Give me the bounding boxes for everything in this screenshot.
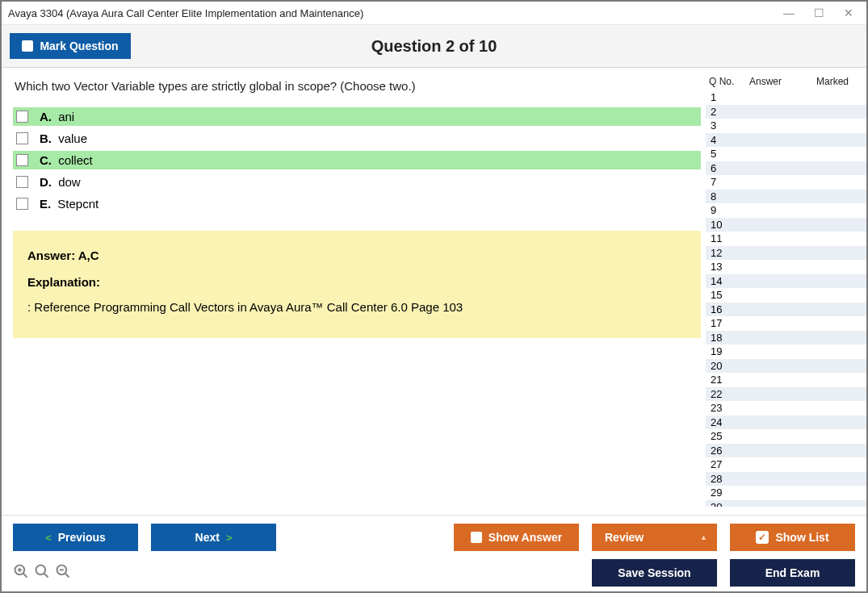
content-area: Which two Vector Variable types are stri… bbox=[2, 68, 866, 515]
footer-row-2: Save Session End Exam bbox=[13, 559, 855, 587]
list-item[interactable]: 13 bbox=[706, 260, 866, 274]
show-answer-button[interactable]: Show Answer bbox=[454, 524, 579, 551]
zoom-in-icon[interactable] bbox=[13, 563, 29, 583]
end-exam-button[interactable]: End Exam bbox=[730, 559, 855, 587]
mark-question-button[interactable]: Mark Question bbox=[10, 33, 131, 59]
option-checkbox[interactable] bbox=[16, 132, 28, 144]
col-marked: Marked bbox=[802, 76, 863, 87]
list-item[interactable]: 30 bbox=[706, 500, 866, 507]
save-session-button[interactable]: Save Session bbox=[592, 559, 717, 587]
mark-question-label: Mark Question bbox=[40, 40, 118, 52]
list-item[interactable]: 15 bbox=[706, 288, 866, 303]
list-item[interactable]: 12 bbox=[706, 246, 866, 261]
list-item[interactable]: 17 bbox=[706, 316, 866, 331]
end-exam-label: End Exam bbox=[765, 566, 820, 579]
chevron-right-icon: > bbox=[226, 532, 233, 544]
option-row[interactable]: C. collect bbox=[13, 151, 701, 169]
list-item[interactable]: 19 bbox=[706, 345, 866, 359]
next-label: Next bbox=[195, 531, 220, 544]
sidebar-question-list[interactable]: 1234567891011121314151617181920212223242… bbox=[706, 90, 866, 507]
option-checkbox[interactable] bbox=[16, 198, 28, 210]
answer-label: Answer: A,C bbox=[27, 248, 686, 262]
question-text: Which two Vector Variable types are stri… bbox=[13, 79, 701, 93]
previous-button[interactable]: < Previous bbox=[13, 524, 138, 551]
option-label: C. collect bbox=[40, 153, 93, 167]
next-button[interactable]: Next > bbox=[151, 524, 276, 551]
maximize-icon[interactable]: ☐ bbox=[814, 6, 824, 19]
close-icon[interactable]: ✕ bbox=[844, 6, 853, 19]
list-item[interactable]: 16 bbox=[706, 303, 866, 317]
list-item[interactable]: 4 bbox=[706, 133, 866, 148]
list-item[interactable]: 21 bbox=[706, 373, 866, 387]
list-item[interactable]: 11 bbox=[706, 232, 866, 246]
col-answer: Answer bbox=[749, 76, 802, 87]
window-title: Avaya 3304 (Avaya Aura Call Center Elite… bbox=[8, 7, 783, 19]
list-item[interactable]: 14 bbox=[706, 274, 866, 289]
list-item[interactable]: 18 bbox=[706, 331, 866, 345]
window-controls: — ☐ ✕ bbox=[783, 6, 860, 19]
show-list-button[interactable]: ✓ Show List bbox=[730, 524, 855, 551]
svg-line-5 bbox=[44, 573, 48, 577]
list-item[interactable]: 2 bbox=[706, 105, 866, 119]
list-item[interactable]: 26 bbox=[706, 444, 866, 458]
minimize-icon[interactable]: — bbox=[783, 6, 795, 19]
save-session-label: Save Session bbox=[618, 566, 690, 579]
list-item[interactable]: 20 bbox=[706, 359, 866, 374]
footer-bar: < Previous Next > Show Answer Review ▲ ✓… bbox=[2, 515, 866, 591]
explanation-title: Explanation: bbox=[27, 275, 686, 289]
list-item[interactable]: 9 bbox=[706, 203, 866, 218]
question-list-sidebar: Q No. Answer Marked 12345678910111213141… bbox=[701, 68, 866, 515]
checkbox-icon bbox=[22, 40, 33, 52]
option-checkbox[interactable] bbox=[16, 176, 28, 188]
zoom-reset-icon[interactable] bbox=[34, 563, 50, 583]
options-list: A. aniB. valueC. collectD. dowE. Stepcnt bbox=[13, 107, 701, 216]
list-item[interactable]: 24 bbox=[706, 416, 866, 430]
option-row[interactable]: D. dow bbox=[13, 173, 701, 191]
previous-label: Previous bbox=[58, 531, 106, 544]
option-label: A. ani bbox=[40, 110, 74, 123]
review-label: Review bbox=[605, 531, 644, 544]
question-panel: Which two Vector Variable types are stri… bbox=[2, 68, 701, 515]
option-label: D. dow bbox=[40, 175, 81, 189]
explanation-box: Answer: A,C Explanation: : Reference Pro… bbox=[13, 231, 701, 338]
svg-point-4 bbox=[36, 565, 46, 574]
list-item[interactable]: 25 bbox=[706, 429, 866, 444]
option-row[interactable]: E. Stepcnt bbox=[13, 194, 701, 213]
review-button[interactable]: Review ▲ bbox=[592, 524, 717, 551]
list-item[interactable]: 27 bbox=[706, 457, 866, 472]
option-row[interactable]: A. ani bbox=[13, 107, 701, 126]
header-bar: Mark Question Question 2 of 10 bbox=[2, 24, 866, 68]
zoom-out-icon[interactable] bbox=[55, 563, 71, 583]
list-item[interactable]: 29 bbox=[706, 486, 866, 500]
option-label: E. Stepcnt bbox=[40, 197, 99, 211]
zoom-controls bbox=[13, 563, 71, 583]
show-list-label: Show List bbox=[775, 531, 828, 544]
show-answer-label: Show Answer bbox=[489, 531, 562, 544]
svg-line-1 bbox=[23, 573, 27, 577]
list-item[interactable]: 22 bbox=[706, 387, 866, 402]
footer-row-1: < Previous Next > Show Answer Review ▲ ✓… bbox=[13, 524, 855, 551]
list-item[interactable]: 3 bbox=[706, 119, 866, 133]
list-item[interactable]: 10 bbox=[706, 218, 866, 232]
checkbox-checked-icon: ✓ bbox=[756, 531, 769, 544]
list-item[interactable]: 8 bbox=[706, 190, 866, 204]
checkbox-icon bbox=[471, 532, 482, 543]
list-item[interactable]: 6 bbox=[706, 161, 866, 176]
option-row[interactable]: B. value bbox=[13, 129, 701, 148]
list-item[interactable]: 23 bbox=[706, 401, 866, 416]
chevron-left-icon: < bbox=[45, 532, 52, 544]
svg-line-7 bbox=[65, 573, 69, 577]
option-checkbox[interactable] bbox=[16, 154, 28, 166]
chevron-up-icon: ▲ bbox=[700, 533, 707, 541]
question-counter: Question 2 of 10 bbox=[131, 37, 737, 56]
list-item[interactable]: 5 bbox=[706, 147, 866, 161]
explanation-text: : Reference Programming Call Vectors in … bbox=[27, 300, 686, 314]
window-titlebar: Avaya 3304 (Avaya Aura Call Center Elite… bbox=[2, 2, 866, 24]
option-checkbox[interactable] bbox=[16, 111, 28, 123]
list-item[interactable]: 7 bbox=[706, 175, 866, 190]
option-label: B. value bbox=[40, 132, 87, 145]
sidebar-header: Q No. Answer Marked bbox=[706, 76, 866, 90]
list-item[interactable]: 28 bbox=[706, 472, 866, 487]
list-item[interactable]: 1 bbox=[706, 90, 866, 105]
col-qno: Q No. bbox=[709, 76, 749, 87]
